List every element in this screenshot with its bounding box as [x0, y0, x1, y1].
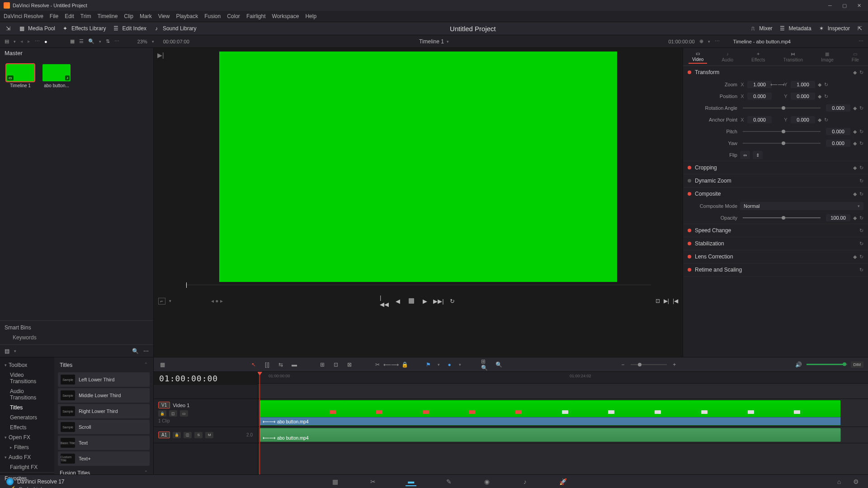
menu-help[interactable]: Help — [305, 13, 316, 19]
reset-icon[interactable]: ↻ — [859, 254, 863, 260]
video-track[interactable]: ⟵⟶abo button.mp4 — [258, 399, 868, 427]
rotation-input[interactable]: 0.000 — [826, 104, 850, 112]
video-clip[interactable]: ⟵⟶abo button.mp4 — [259, 400, 841, 426]
media-page-button[interactable]: ▦ — [330, 477, 340, 486]
audio-track-header[interactable]: A1🔒◫SM2.0 — [154, 427, 257, 443]
tree-filters[interactable]: ▸Filters — [0, 442, 54, 452]
keywords-bin[interactable]: Keywords — [5, 334, 149, 341]
lens-correction-section[interactable]: Lens Correction◆↻ — [683, 250, 868, 263]
trim-tool[interactable]: [|] — [263, 361, 271, 369]
enable-dot[interactable] — [688, 255, 691, 258]
enable-dot[interactable] — [688, 268, 691, 272]
jump-end-icon[interactable]: ▶| — [157, 52, 164, 59]
zoom-x-input[interactable]: 1.000 — [747, 81, 772, 88]
bin-name[interactable]: Master — [0, 48, 153, 60]
sound-library-button[interactable]: ♪Sound Library — [153, 25, 197, 32]
zoom-percent[interactable]: 23% — [137, 39, 147, 44]
keyframe-icon[interactable]: ◆ — [853, 254, 857, 260]
tree-audio-transitions[interactable]: Audio Transitions — [0, 386, 54, 403]
speed-change-section[interactable]: Speed Change↻ — [683, 224, 868, 237]
tree-audiofx[interactable]: ▾Audio FX — [0, 452, 54, 462]
keyframe-icon[interactable]: ◆ — [818, 82, 821, 88]
title-item[interactable]: Custom TitleText+ — [58, 451, 150, 466]
anchor-y-input[interactable]: 0.000 — [791, 116, 815, 123]
marker-button[interactable]: ● — [445, 361, 453, 369]
keyframe-icon[interactable]: ◆ — [818, 117, 821, 123]
audio-track[interactable]: ⟵⟶abo button.mp4 — [258, 427, 868, 443]
expand-right-button[interactable]: ⇱ — [856, 25, 863, 32]
timeline-name[interactable]: Timeline 1 — [419, 38, 444, 45]
dynamic-trim-tool[interactable]: ⇆ — [277, 361, 285, 369]
tl-view-button[interactable]: ▦ — [158, 361, 166, 369]
solo-button[interactable]: S — [194, 432, 203, 438]
reset-icon[interactable]: ↻ — [859, 105, 863, 111]
pitch-slider[interactable] — [743, 131, 821, 132]
reset-icon[interactable]: ↻ — [824, 82, 828, 88]
blade-tool[interactable]: ▬ — [290, 361, 298, 369]
enable-dot[interactable] — [688, 166, 691, 169]
loop-button[interactable]: ↻ — [448, 296, 457, 305]
deliver-page-button[interactable]: 🚀 — [557, 477, 568, 486]
tab-image[interactable]: ▦Image — [817, 51, 837, 63]
menu-edit[interactable]: Edit — [65, 13, 74, 19]
fx-options-button[interactable]: ⋯ — [143, 348, 149, 354]
keyframe-icon[interactable]: ◆ — [853, 70, 857, 75]
position-y-input[interactable]: 0.000 — [791, 93, 815, 100]
keyframe-icon[interactable]: ◆ — [853, 215, 857, 221]
menu-color[interactable]: Color — [227, 13, 240, 19]
view-list-button[interactable]: ☰ — [79, 38, 84, 44]
reset-icon[interactable]: ↻ — [859, 191, 863, 197]
position-x-input[interactable]: 0.000 — [747, 93, 772, 100]
menu-clip[interactable]: Clip — [124, 13, 133, 19]
lock-track-button[interactable]: 🔒 — [173, 432, 181, 438]
timeline-ruler[interactable]: 01:00:00:00 01:00:24:02 — [258, 372, 868, 384]
menu-fusion[interactable]: Fusion — [204, 13, 221, 19]
timeline-tracks[interactable]: 01:00:00:00 01:00:24:02 ⟵⟶abo button.mp4… — [258, 372, 868, 474]
maximize-button[interactable]: ▢ — [839, 1, 850, 9]
search-icon[interactable]: 🔍 — [88, 38, 94, 44]
fairlight-page-button[interactable]: ♪ — [519, 477, 530, 486]
link-icon[interactable]: ⟵⟶ — [774, 81, 781, 88]
reset-icon[interactable]: ↻ — [859, 141, 863, 146]
timeline-dropdown[interactable]: ▾ — [447, 39, 449, 44]
next-frame-button[interactable]: ▶▶| — [434, 296, 443, 305]
menu-fairlight[interactable]: Fairlight — [246, 13, 266, 19]
flip-h-button[interactable]: ⇔ — [740, 151, 750, 159]
snap-button[interactable]: ⊞🔍 — [481, 361, 489, 369]
view-grid-button[interactable]: ▦ — [70, 38, 75, 44]
home-button[interactable]: ⌂ — [834, 477, 844, 486]
video-track-header[interactable]: V1Video 1 🔒◫▭ 1 Clip — [154, 399, 257, 427]
track-badge[interactable]: V1 — [158, 402, 170, 408]
mark-in-button[interactable]: ⌐ — [158, 298, 165, 305]
color-page-button[interactable]: ◉ — [481, 477, 492, 486]
tab-audio[interactable]: ♪Audio — [718, 51, 737, 63]
tree-titles[interactable]: Titles — [0, 403, 54, 413]
disable-track-button[interactable]: ▭ — [180, 410, 188, 417]
menu-file[interactable]: File — [50, 13, 58, 19]
dynamic-zoom-section[interactable]: Dynamic Zoom↻ — [683, 174, 868, 187]
zoom-slider[interactable] — [631, 364, 667, 365]
zoom-out-button[interactable]: − — [619, 361, 627, 369]
reset-icon[interactable]: ↻ — [859, 70, 863, 75]
volume-slider[interactable] — [807, 364, 847, 365]
expand-button[interactable]: ⇲ — [5, 25, 12, 32]
stabilization-section[interactable]: Stabilization↻ — [683, 237, 868, 250]
match-frame-button[interactable]: ⊡ — [656, 298, 660, 304]
title-item[interactable]: SampleRight Lower Third — [58, 404, 150, 418]
tree-toolbox[interactable]: ▾Toolbox — [0, 360, 54, 370]
minimize-button[interactable]: ─ — [825, 1, 835, 9]
lock-tool[interactable]: 🔒 — [401, 361, 409, 369]
tree-generators[interactable]: Generators — [0, 413, 54, 422]
yaw-input[interactable]: 0.000 — [826, 140, 850, 147]
mute-button[interactable]: M — [205, 432, 213, 438]
rotation-slider[interactable] — [743, 108, 821, 108]
cut-page-button[interactable]: ✂ — [368, 477, 378, 486]
play-button[interactable]: ▶ — [420, 296, 429, 305]
title-item[interactable]: SampleMiddle Lower Third — [58, 388, 150, 403]
tab-video[interactable]: ▭Video — [689, 50, 707, 64]
keyframe-icon[interactable]: ◆ — [853, 165, 857, 171]
cropping-section[interactable]: Cropping◆↻ — [683, 161, 868, 174]
tree-video-transitions[interactable]: Video Transitions — [0, 370, 54, 386]
zoom-in-button[interactable]: + — [670, 361, 679, 369]
keyframe-icon[interactable]: ◆ — [818, 94, 821, 99]
